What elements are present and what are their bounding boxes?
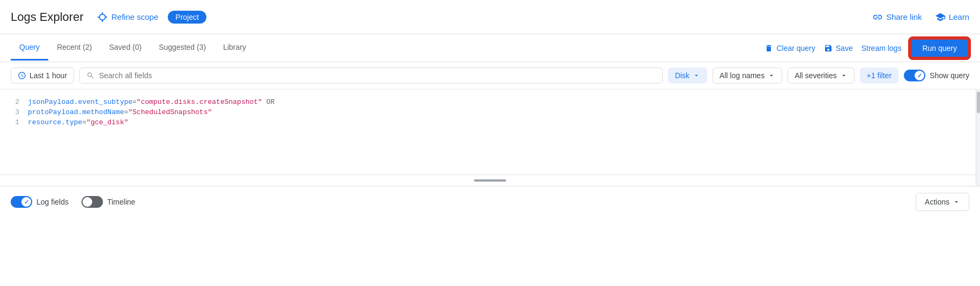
- horizontal-scroll-indicator: [0, 175, 980, 186]
- link-icon: [872, 12, 883, 22]
- timeline-toggle-thumb: [83, 197, 92, 207]
- log-names-chevron-icon: [768, 72, 775, 79]
- query-line: 3protoPayload.methodName="ScheduledSnaps…: [11, 108, 969, 116]
- severities-chevron-icon: [840, 72, 848, 79]
- line-number: 3: [11, 108, 19, 116]
- tab-recent[interactable]: Recent (2): [48, 35, 100, 61]
- refine-scope-label: Refine scope: [112, 12, 159, 21]
- query-container: 2jsonPayload.event_subtype="compute.disk…: [0, 89, 980, 186]
- query-editor[interactable]: 2jsonPayload.event_subtype="compute.disk…: [0, 89, 980, 175]
- search-input[interactable]: [99, 71, 656, 80]
- toggle-check-icon: ✓: [917, 72, 922, 79]
- actions-button[interactable]: Actions: [916, 193, 969, 211]
- code-token: "ScheduledSnapshots": [128, 108, 212, 116]
- learn-icon: [935, 12, 946, 22]
- app-header: Logs Explorer Refine scope Project Share…: [0, 0, 980, 34]
- learn-button[interactable]: Learn: [935, 12, 969, 22]
- save-icon: [824, 44, 833, 52]
- tab-suggested[interactable]: Suggested (3): [150, 35, 214, 61]
- run-query-button[interactable]: Run query: [910, 38, 969, 58]
- trash-icon: [764, 44, 773, 52]
- horizontal-scroll-thumb[interactable]: [474, 179, 506, 182]
- save-button[interactable]: Save: [824, 44, 853, 52]
- code-token: OR: [262, 98, 274, 106]
- tab-query[interactable]: Query: [11, 35, 48, 61]
- show-query-toggle[interactable]: ✓ Show query: [904, 70, 969, 81]
- svg-point-0: [99, 14, 105, 20]
- line-content: protoPayload.methodName="ScheduledSnapsh…: [28, 108, 969, 116]
- tab-library[interactable]: Library: [214, 35, 255, 61]
- save-label: Save: [836, 44, 853, 52]
- filter-bar: Last 1 hour Disk All log names All sever…: [0, 62, 980, 89]
- line-content: jsonPayload.event_subtype="compute.disks…: [28, 98, 969, 106]
- code-token: jsonPayload.event_subtype: [28, 98, 132, 106]
- line-number: 2: [11, 98, 19, 106]
- vertical-scrollbar[interactable]: [976, 89, 980, 186]
- query-line: 1resource.type="gce_disk": [11, 118, 969, 126]
- refine-scope-button[interactable]: Refine scope: [96, 11, 159, 23]
- header-actions: Share link Learn: [872, 12, 969, 22]
- log-fields-toggle[interactable]: ✓ Log fields: [11, 196, 69, 208]
- log-fields-label: Log fields: [36, 198, 69, 206]
- actions-label: Actions: [925, 198, 949, 206]
- tab-actions: Clear query Save Stream logs Run query: [764, 38, 969, 58]
- show-query-label: Show query: [930, 71, 969, 80]
- severities-label: All severities: [795, 71, 837, 80]
- query-line: 2jsonPayload.event_subtype="compute.disk…: [11, 98, 969, 106]
- log-fields-toggle-track[interactable]: ✓: [11, 196, 32, 208]
- plus-filter-label: +1 filter: [867, 71, 892, 80]
- run-query-label: Run query: [922, 44, 957, 52]
- search-field[interactable]: [79, 67, 663, 84]
- project-badge[interactable]: Project: [168, 11, 206, 24]
- clear-query-button[interactable]: Clear query: [764, 44, 815, 52]
- tab-saved[interactable]: Saved (0): [100, 35, 150, 61]
- stream-logs-label: Stream logs: [862, 44, 902, 52]
- code-token: protoPayload.methodName: [28, 108, 124, 116]
- scroll-thumb[interactable]: [977, 92, 980, 113]
- search-icon: [86, 71, 95, 80]
- disk-filter-button[interactable]: Disk: [668, 67, 707, 84]
- refine-scope-icon: [96, 11, 108, 23]
- clear-query-label: Clear query: [776, 44, 815, 52]
- code-token: "gce_disk": [86, 118, 128, 126]
- tabs-bar: Query Recent (2) Saved (0) Suggested (3)…: [0, 34, 980, 62]
- disk-label: Disk: [675, 71, 689, 80]
- share-link-label: Share link: [886, 12, 922, 21]
- log-fields-toggle-thumb: ✓: [21, 197, 31, 207]
- log-names-button[interactable]: All log names: [712, 67, 782, 84]
- code-token: resource.type: [28, 118, 82, 126]
- code-token: "compute.disks.createSnapshot": [137, 98, 262, 106]
- clock-icon: [18, 71, 26, 80]
- show-query-toggle-track[interactable]: ✓: [904, 70, 925, 81]
- time-label: Last 1 hour: [29, 71, 67, 80]
- code-token: =: [132, 98, 137, 106]
- timeline-label: Timeline: [107, 198, 135, 206]
- bottom-bar: ✓ Log fields Timeline Actions: [0, 186, 980, 217]
- severities-button[interactable]: All severities: [788, 67, 855, 84]
- actions-chevron-icon: [953, 198, 960, 206]
- log-names-label: All log names: [719, 71, 764, 80]
- plus-filter-button[interactable]: +1 filter: [860, 67, 899, 84]
- disk-chevron-icon: [693, 72, 700, 79]
- app-title: Logs Explorer: [11, 10, 84, 24]
- line-content: resource.type="gce_disk": [28, 118, 969, 126]
- timeline-toggle-track[interactable]: [81, 196, 103, 208]
- time-picker-button[interactable]: Last 1 hour: [11, 67, 74, 84]
- show-query-toggle-thumb: ✓: [915, 71, 924, 80]
- stream-logs-button[interactable]: Stream logs: [862, 44, 902, 52]
- tabs-list: Query Recent (2) Saved (0) Suggested (3)…: [11, 35, 764, 61]
- timeline-toggle[interactable]: Timeline: [81, 196, 135, 208]
- share-link-button[interactable]: Share link: [872, 12, 922, 22]
- log-fields-check-icon: ✓: [24, 199, 29, 206]
- learn-label: Learn: [949, 12, 969, 21]
- line-number: 1: [11, 118, 19, 126]
